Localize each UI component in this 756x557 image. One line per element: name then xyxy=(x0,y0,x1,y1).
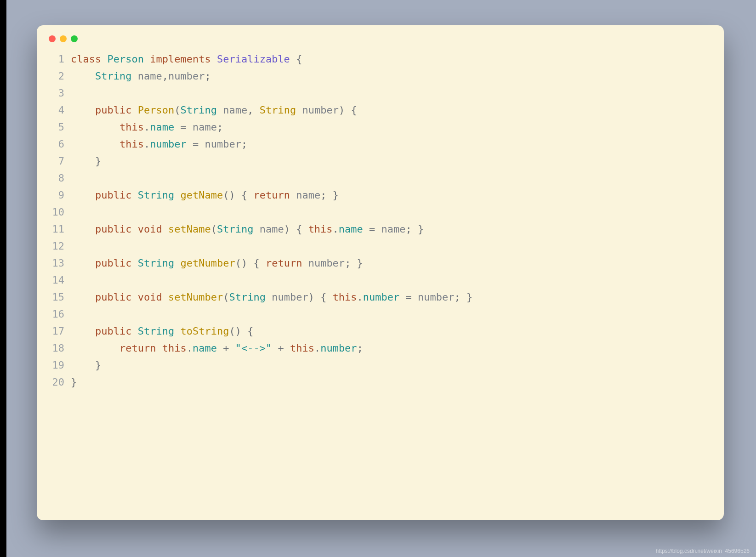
line-number: 17 xyxy=(49,323,64,340)
line-number: 9 xyxy=(49,187,64,204)
code-line: 8 xyxy=(49,170,712,187)
line-content: String name,number; xyxy=(71,68,211,85)
line-number: 5 xyxy=(49,119,64,136)
line-number: 4 xyxy=(49,102,64,119)
code-window: 1class Person implements Serializable {2… xyxy=(37,25,724,520)
code-line: 9 public String getName() { return name;… xyxy=(49,187,712,204)
line-number: 20 xyxy=(49,374,64,391)
traffic-lights xyxy=(49,35,712,42)
line-number: 3 xyxy=(49,85,64,102)
code-line: 7 } xyxy=(49,153,712,170)
zoom-icon[interactable] xyxy=(71,35,78,42)
line-content: this.name = name; xyxy=(71,119,223,136)
line-number: 13 xyxy=(49,255,64,272)
line-number: 18 xyxy=(49,340,64,357)
code-line: 6 this.number = number; xyxy=(49,136,712,153)
line-content: return this.name + "<-->" + this.number; xyxy=(71,340,363,357)
line-content: public String toString() { xyxy=(71,323,253,340)
watermark: https://blog.csdn.net/weixin_45696526 xyxy=(656,548,750,554)
line-content: public void setName(String name) { this.… xyxy=(71,221,424,238)
line-content: } xyxy=(71,374,77,391)
code-line: 1class Person implements Serializable { xyxy=(49,51,712,68)
line-number: 7 xyxy=(49,153,64,170)
line-number: 19 xyxy=(49,357,64,374)
minimize-icon[interactable] xyxy=(60,35,67,42)
code-line: 4 public Person(String name, String numb… xyxy=(49,102,712,119)
code-line: 18 return this.name + "<-->" + this.numb… xyxy=(49,340,712,357)
line-content: } xyxy=(71,153,101,170)
stage: 1class Person implements Serializable {2… xyxy=(0,0,756,557)
line-number: 14 xyxy=(49,272,64,289)
code-line: 17 public String toString() { xyxy=(49,323,712,340)
code-line: 15 public void setNumber(String number) … xyxy=(49,289,712,306)
line-content: } xyxy=(71,357,101,374)
code-line: 16 xyxy=(49,306,712,323)
line-number: 10 xyxy=(49,204,64,221)
line-number: 6 xyxy=(49,136,64,153)
code-line: 10 xyxy=(49,204,712,221)
code-line: 19 } xyxy=(49,357,712,374)
code-line: 11 public void setName(String name) { th… xyxy=(49,221,712,238)
code-line: 2 String name,number; xyxy=(49,68,712,85)
code-line: 13 public String getNumber() { return nu… xyxy=(49,255,712,272)
code-line: 14 xyxy=(49,272,712,289)
line-number: 2 xyxy=(49,68,64,85)
line-number: 8 xyxy=(49,170,64,187)
close-icon[interactable] xyxy=(49,35,56,42)
line-number: 16 xyxy=(49,306,64,323)
line-number: 12 xyxy=(49,238,64,255)
line-content: public Person(String name, String number… xyxy=(71,102,357,119)
line-number: 1 xyxy=(49,51,64,68)
line-number: 11 xyxy=(49,221,64,238)
line-content: class Person implements Serializable { xyxy=(71,51,302,68)
line-content: this.number = number; xyxy=(71,136,247,153)
left-strip xyxy=(0,0,6,557)
line-content: public void setNumber(String number) { t… xyxy=(71,289,472,306)
line-number: 15 xyxy=(49,289,64,306)
code-line: 3 xyxy=(49,85,712,102)
line-content: public String getName() { return name; } xyxy=(71,187,339,204)
code-line: 12 xyxy=(49,238,712,255)
code-line: 5 this.name = name; xyxy=(49,119,712,136)
code-line: 20} xyxy=(49,374,712,391)
code-block: 1class Person implements Serializable {2… xyxy=(49,51,712,391)
line-content: public String getNumber() { return numbe… xyxy=(71,255,363,272)
